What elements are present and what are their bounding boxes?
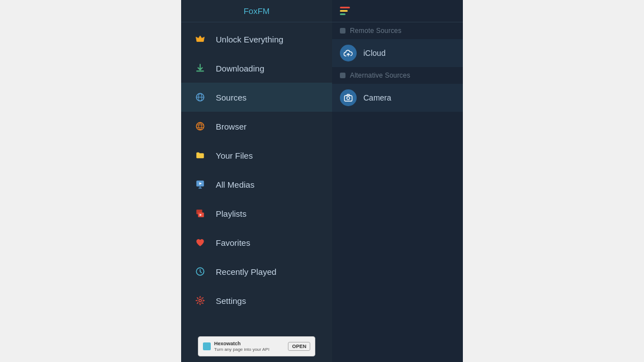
sources-panel-header (332, 0, 463, 22)
recently-played-icon (192, 264, 208, 279)
source-item-icloud-label: iCloud (363, 49, 386, 58)
sources-icon (192, 89, 208, 105)
source-item-icloud[interactable]: iCloud (332, 39, 463, 67)
sidebar-item-all-medias-label: All Medias (216, 180, 254, 189)
alternative-sources-title: Alternative Sources (350, 72, 410, 79)
sidebar-item-playlists[interactable]: Playlists (181, 199, 332, 228)
alternative-sources-dot (340, 73, 345, 78)
settings-icon (192, 293, 208, 308)
ad-text-block: Hexowatch Turn any page into your API (214, 341, 285, 352)
download-icon (192, 60, 208, 76)
svg-point-13 (347, 97, 349, 99)
ad-text: Turn any page into your API (214, 347, 285, 353)
filter-line-red (340, 7, 350, 8)
ad-logo-icon (203, 342, 211, 350)
folder-icon (192, 147, 208, 163)
sidebar-item-settings[interactable]: Settings (181, 286, 332, 315)
svg-point-11 (197, 298, 203, 304)
sidebar-item-downloading[interactable]: Downloading (181, 54, 332, 83)
sidebar-item-favorites-label: Favorites (216, 238, 250, 247)
sidebar: FoxFM Unlock Everything (181, 0, 332, 362)
svg-point-3 (196, 122, 204, 130)
crown-icon (192, 31, 208, 47)
sidebar-item-recently-played[interactable]: Recently Played (181, 257, 332, 286)
browser-icon (192, 118, 208, 134)
all-medias-icon (192, 177, 208, 192)
sources-panel: Remote Sources iCloud Alternative Source… (332, 0, 463, 362)
ad-open-button[interactable]: OPEN (288, 342, 310, 351)
sidebar-item-sources-label: Sources (216, 93, 247, 102)
app-title: FoxFM (244, 6, 270, 16)
sidebar-item-sources[interactable]: Sources (181, 83, 332, 112)
sidebar-item-downloading-label: Downloading (216, 64, 264, 73)
remote-sources-header: Remote Sources (332, 22, 463, 39)
sidebar-item-recently-played-label: Recently Played (216, 267, 276, 277)
camera-icon (340, 89, 357, 106)
remote-sources-title: Remote Sources (350, 27, 401, 35)
svg-marker-0 (196, 36, 205, 42)
filter-icon[interactable] (340, 7, 350, 15)
favorites-icon (192, 235, 208, 250)
filter-line-green (340, 13, 345, 15)
ad-brand: Hexowatch (214, 341, 285, 347)
playlists-icon (192, 206, 208, 221)
sidebar-item-unlock[interactable]: Unlock Everything (181, 25, 332, 54)
remote-sources-dot (340, 28, 345, 34)
sidebar-menu: Unlock Everything Downloading (181, 22, 332, 362)
source-item-camera[interactable]: Camera (332, 84, 463, 112)
sidebar-item-unlock-label: Unlock Everything (216, 35, 283, 44)
sidebar-item-your-files[interactable]: Your Files (181, 141, 332, 170)
sidebar-item-browser-label: Browser (216, 122, 247, 131)
sidebar-item-playlists-label: Playlists (216, 209, 247, 218)
source-item-camera-label: Camera (363, 93, 391, 102)
sidebar-item-your-files-label: Your Files (216, 151, 253, 160)
icloud-icon (340, 45, 357, 61)
sidebar-item-favorites[interactable]: Favorites (181, 228, 332, 257)
sidebar-item-browser[interactable]: Browser (181, 112, 332, 141)
ad-banner: Hexowatch Turn any page into your API OP… (198, 336, 315, 356)
filter-line-yellow (340, 10, 348, 12)
sidebar-header: FoxFM (181, 0, 332, 22)
sidebar-item-settings-label: Settings (216, 296, 246, 306)
alternative-sources-header: Alternative Sources (332, 67, 463, 84)
svg-point-10 (199, 299, 202, 302)
sidebar-item-all-medias[interactable]: All Medias (181, 170, 332, 199)
